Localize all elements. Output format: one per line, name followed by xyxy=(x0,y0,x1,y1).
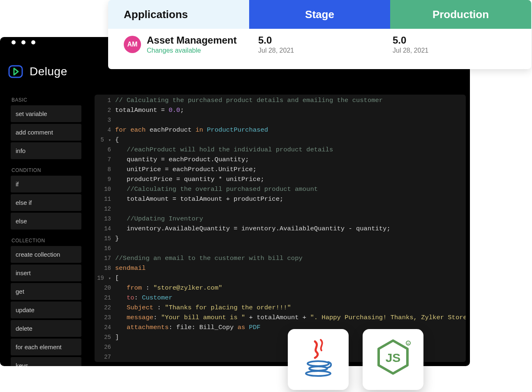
code-line[interactable]: 13 //Updating Inventory xyxy=(95,214,466,224)
sidebar-item-else-if[interactable]: else if xyxy=(11,194,81,211)
app-name-block: Asset Management Changes available xyxy=(147,35,237,54)
actions-sidebar: BASICset variableadd commentinfoCONDITIO… xyxy=(11,95,81,366)
window-dot-icon[interactable] xyxy=(31,40,35,44)
line-number: 20 xyxy=(95,283,115,293)
code-content: totalAmount = totalAmount + productPrice… xyxy=(115,194,283,204)
code-editor[interactable]: 1// Calculating the purchased product de… xyxy=(95,95,466,362)
code-content: Subject : "Thanks for placing the order!… xyxy=(115,303,291,313)
code-line[interactable]: 7 quantity = eachProduct.Quantity; xyxy=(95,155,466,165)
sidebar-section-title: BASIC xyxy=(11,95,81,105)
code-content: //Calculating the overall purchased prod… xyxy=(115,184,318,194)
sidebar-section-title: CONDITION xyxy=(11,165,81,176)
sidebar-item-get[interactable]: get xyxy=(11,283,81,300)
tab-production[interactable]: Production xyxy=(390,0,531,29)
code-content: for each eachProduct in ProductPurchased xyxy=(115,125,268,135)
code-line[interactable]: 18sendmail xyxy=(95,263,466,273)
code-line[interactable]: 9 productPrice = quantity * unitPrice; xyxy=(95,174,466,184)
line-number: 16 xyxy=(95,244,115,253)
sidebar-item-if[interactable]: if xyxy=(11,176,81,193)
code-content: //eachProduct will hold the individual p… xyxy=(115,145,333,155)
code-line[interactable]: 5 ▾{ xyxy=(95,135,466,145)
line-number: 18 xyxy=(95,263,115,273)
svg-point-2 xyxy=(309,366,327,371)
code-content: ] xyxy=(115,332,119,342)
line-number: 15 xyxy=(95,234,115,244)
svg-text:R: R xyxy=(407,342,409,345)
code-line[interactable]: 12 xyxy=(95,204,466,214)
app-bar-row[interactable]: AM Asset Management Changes available 5.… xyxy=(108,29,531,60)
line-number: 12 xyxy=(95,204,115,214)
sidebar-section: COLLECTIONcreate collectioninsertgetupda… xyxy=(11,235,81,366)
deluge-logo-icon xyxy=(7,63,24,80)
sidebar-item-keys[interactable]: keys xyxy=(11,357,81,366)
window-dot-icon[interactable] xyxy=(21,40,25,44)
line-number: 1 xyxy=(95,95,115,105)
sidebar-section-title: COLLECTION xyxy=(11,235,81,246)
code-content: //Updating Inventory xyxy=(115,214,203,224)
application-bar: Applications Stage Production AM Asset M… xyxy=(108,0,531,69)
sidebar-item-info[interactable]: info xyxy=(11,142,81,159)
line-number: 23 xyxy=(95,313,115,322)
line-number: 10 xyxy=(95,184,115,194)
sidebar-item-else[interactable]: else xyxy=(11,213,81,230)
code-line[interactable]: 8 unitPrice = eachProduct.UnitPrice; xyxy=(95,165,466,174)
code-content: sendmail xyxy=(115,263,146,273)
code-content: // Calculating the purchased product det… xyxy=(115,95,383,105)
changes-available: Changes available xyxy=(147,47,237,54)
nodejs-card[interactable]: JS R xyxy=(363,329,423,390)
code-line[interactable]: 10 //Calculating the overall purchased p… xyxy=(95,184,466,194)
sidebar-item-for-each-element[interactable]: for each element xyxy=(11,339,81,355)
stage-version-cell: 5.0 Jul 28, 2021 xyxy=(247,35,381,54)
line-number: 6 xyxy=(95,145,115,155)
svg-point-1 xyxy=(308,361,329,366)
java-card[interactable] xyxy=(288,329,349,390)
line-number: 25 xyxy=(95,332,115,342)
tab-stage[interactable]: Stage xyxy=(249,0,390,29)
code-line[interactable]: 1// Calculating the purchased product de… xyxy=(95,95,466,105)
tab-applications[interactable]: Applications xyxy=(108,0,249,29)
code-content: { xyxy=(115,135,119,145)
editor-window: Deluge BASICset variableadd commentinfoC… xyxy=(0,37,470,366)
code-line[interactable]: 20 from : "store@zylker.com" xyxy=(95,283,466,293)
sidebar-item-delete[interactable]: delete xyxy=(11,320,81,337)
sidebar-item-set-variable[interactable]: set variable xyxy=(11,105,81,122)
code-line[interactable]: 23 message: "Your bill amount is " + tot… xyxy=(95,313,466,322)
code-line[interactable]: 3 xyxy=(95,115,466,125)
code-content: inventory.AvailableQuantity = inventory.… xyxy=(115,224,391,234)
tab-production-label: Production xyxy=(433,8,489,21)
line-number: 11 xyxy=(95,194,115,204)
line-number: 19 ▾ xyxy=(95,273,115,283)
code-line[interactable]: 6 //eachProduct will hold the individual… xyxy=(95,145,466,155)
code-line[interactable]: 14 inventory.AvailableQuantity = invento… xyxy=(95,224,466,234)
code-content: totalAmount = 0.0; xyxy=(115,105,184,115)
code-line[interactable]: 17//Sending an email to the customer wit… xyxy=(95,253,466,263)
line-number: 14 xyxy=(95,224,115,234)
code-content: unitPrice = eachProduct.UnitPrice; xyxy=(115,165,257,174)
code-line[interactable]: 19 ▾[ xyxy=(95,273,466,283)
deluge-header: Deluge xyxy=(7,63,67,80)
code-line[interactable]: 4for each eachProduct in ProductPurchase… xyxy=(95,125,466,135)
code-line[interactable]: 15} xyxy=(95,234,466,244)
code-line[interactable]: 21 to: Customer xyxy=(95,293,466,303)
sidebar-item-update[interactable]: update xyxy=(11,302,81,318)
line-number: 7 xyxy=(95,155,115,165)
avatar-initials: AM xyxy=(127,41,138,48)
code-line[interactable]: 11 totalAmount = totalAmount + productPr… xyxy=(95,194,466,204)
line-number: 2 xyxy=(95,105,115,115)
line-number: 9 xyxy=(95,174,115,184)
code-line[interactable]: 2totalAmount = 0.0; xyxy=(95,105,466,115)
app-info-cell: AM Asset Management Changes available xyxy=(124,35,247,54)
app-avatar: AM xyxy=(124,36,141,53)
sidebar-item-insert[interactable]: insert xyxy=(11,264,81,281)
line-number: 27 xyxy=(95,352,115,362)
window-dot-icon[interactable] xyxy=(12,40,16,44)
code-content: message: "Your bill amount is " + totalA… xyxy=(115,313,466,322)
code-content: } xyxy=(115,234,119,244)
sidebar-item-add-comment[interactable]: add comment xyxy=(11,124,81,141)
language-cards: JS R xyxy=(288,329,423,390)
code-line[interactable]: 16 xyxy=(95,244,466,253)
sidebar-item-create-collection[interactable]: create collection xyxy=(11,246,81,263)
svg-text:JS: JS xyxy=(386,351,401,364)
code-content: productPrice = quantity * unitPrice; xyxy=(115,174,264,184)
code-line[interactable]: 22 Subject : "Thanks for placing the ord… xyxy=(95,303,466,313)
